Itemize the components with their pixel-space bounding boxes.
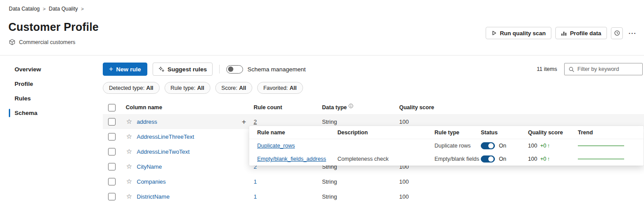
delta-up-arrow-icon: ↑ [547, 156, 550, 162]
sidebar-item-overview[interactable]: Overview [0, 62, 95, 77]
data-type-header-label: Data type [322, 104, 347, 111]
column-name-link[interactable]: CityName [137, 163, 162, 170]
data-type-value: String [322, 193, 399, 200]
more-actions-button[interactable]: ··· [627, 27, 638, 39]
quality-score-header: Quality score [528, 129, 578, 136]
row-checkbox[interactable] [108, 163, 116, 170]
asset-label: Commercial customers [19, 39, 75, 45]
rules-flyout-header: Rule name Description Rule type Status Q… [249, 126, 644, 139]
scan-history-button[interactable] [611, 27, 623, 39]
history-clock-icon [614, 30, 620, 36]
sidebar-item-rules[interactable]: Rules [0, 91, 95, 106]
filter-pill-score[interactable]: Score: All [215, 82, 252, 94]
status-header: Status [481, 129, 528, 136]
filter-keyword-searchbox [564, 63, 643, 75]
row-checkbox[interactable] [108, 193, 116, 200]
favorite-star-icon[interactable]: ☆ [123, 192, 132, 200]
info-icon[interactable] [348, 104, 353, 108]
data-quality-page: Data Catalog > Data Quality > Customer P… [0, 0, 644, 207]
toolbar-right: 11 items [537, 63, 644, 75]
rule-quality-score: 100 [528, 143, 537, 149]
profile-data-button[interactable]: Profile data [555, 27, 607, 39]
sparkle-icon [158, 66, 165, 72]
sidebar-item-profile[interactable]: Profile [0, 77, 95, 91]
toggle-knob-icon [488, 156, 494, 162]
items-count: 11 items [537, 66, 557, 72]
rule-status-toggle[interactable] [481, 155, 495, 163]
data-type-value: String [322, 178, 399, 185]
pill-value: All [197, 85, 204, 91]
new-rule-button[interactable]: + New rule [103, 63, 147, 76]
pill-value: All [146, 85, 154, 91]
play-icon [491, 30, 497, 36]
table-row-companies[interactable]: ☆ Companies 1 String 100 [103, 174, 644, 189]
rule-type-header: Rule type [434, 129, 481, 136]
favorite-star-icon[interactable]: ☆ [123, 177, 132, 185]
filter-keyword-input[interactable] [577, 66, 638, 72]
filter-pill-detected-type[interactable]: Detected type: All [103, 82, 160, 94]
filter-pill-favorited[interactable]: Favorited: All [257, 82, 303, 94]
favorite-star-icon[interactable]: ☆ [123, 133, 132, 140]
rule-count-link[interactable]: 1 [254, 178, 257, 185]
row-checkbox[interactable] [108, 118, 116, 126]
data-type-value: String [322, 118, 399, 125]
rule-row-empty-blank-fields: Empty/blank_fields_address Completeness … [249, 152, 644, 166]
header-actions: Run quality scan Profile data ··· [486, 27, 638, 39]
toggle-knob-icon [488, 143, 494, 148]
rule-name-header: Rule name [257, 129, 337, 136]
favorite-star-icon[interactable]: ☆ [123, 148, 132, 155]
column-name-link[interactable]: Companies [137, 178, 166, 185]
rule-status-label: On [499, 143, 506, 149]
breadcrumb-separator: > [81, 6, 84, 11]
filter-pills: Detected type: All Rule type: All Score:… [103, 82, 644, 94]
row-checkbox[interactable] [108, 133, 116, 140]
rule-status-toggle[interactable] [481, 142, 495, 149]
rule-name-link[interactable]: Empty/blank_fields_address [257, 156, 337, 162]
favorite-star-icon[interactable]: ☆ [123, 163, 132, 170]
row-checkbox[interactable] [108, 148, 116, 155]
add-rule-icon[interactable]: + [242, 118, 246, 126]
new-rule-label: New rule [116, 66, 141, 73]
pill-label: Detected type: [109, 85, 145, 91]
suggest-rules-button[interactable]: Suggest rules [153, 63, 213, 76]
suggest-rules-label: Suggest rules [168, 66, 207, 73]
schema-management-toggle[interactable] [226, 65, 243, 74]
delta-up-arrow-icon: ↑ [547, 143, 550, 149]
pill-value: All [290, 85, 297, 91]
column-name-link[interactable]: AddressLineThreeText [137, 133, 194, 140]
asset-subtitle: Commercial customers [9, 39, 75, 45]
rule-description: Completeness check [337, 156, 434, 162]
score-delta: +0↑ [540, 156, 550, 162]
run-quality-scan-button[interactable]: Run quality scan [486, 27, 551, 39]
sidebar-item-schema[interactable]: Schema [0, 106, 95, 120]
score-delta-value: +0 [540, 156, 547, 162]
filter-pill-rule-type[interactable]: Rule type: All [165, 82, 210, 94]
quality-score-value: 100 [399, 178, 644, 185]
trend-header: Trend [578, 129, 644, 136]
rule-count-link[interactable]: 2 [254, 118, 257, 125]
breadcrumb-data-quality[interactable]: Data Quality [49, 6, 78, 12]
bar-chart-icon [561, 30, 567, 36]
select-all-checkbox[interactable] [108, 104, 116, 111]
schema-management-label: Schema management [247, 66, 306, 73]
table-row-districtname[interactable]: ☆ DistrictName 1 String 100 [103, 189, 644, 204]
table-header-row: Column name Rule count Data type Quality… [103, 101, 644, 114]
score-delta-value: +0 [540, 143, 547, 149]
favorite-star-icon[interactable]: ☆ [123, 118, 132, 125]
column-name-link[interactable]: address [137, 118, 157, 125]
column-name-link[interactable]: AddressLineTwoText [137, 148, 190, 155]
row-checkbox[interactable] [108, 178, 116, 185]
score-delta: +0↑ [540, 143, 550, 149]
quality-score-header: Quality score [399, 104, 644, 111]
column-name-link[interactable]: DistrictName [137, 193, 169, 200]
rule-type-value: Empty/blank fields [434, 156, 481, 162]
breadcrumb-data-catalog[interactable]: Data Catalog [9, 6, 40, 12]
page-title: Customer Profile [8, 21, 99, 33]
pill-label: Favorited: [263, 85, 288, 91]
rule-count-link[interactable]: 1 [254, 193, 257, 200]
rule-row-duplicate-rows: Duplicate_rows Duplicate rows On 100 +0↑ [249, 139, 644, 152]
description-header: Description [337, 129, 434, 136]
plus-icon: + [109, 66, 113, 73]
quality-score-value: 100 [399, 193, 644, 200]
rule-name-link[interactable]: Duplicate_rows [257, 143, 337, 149]
